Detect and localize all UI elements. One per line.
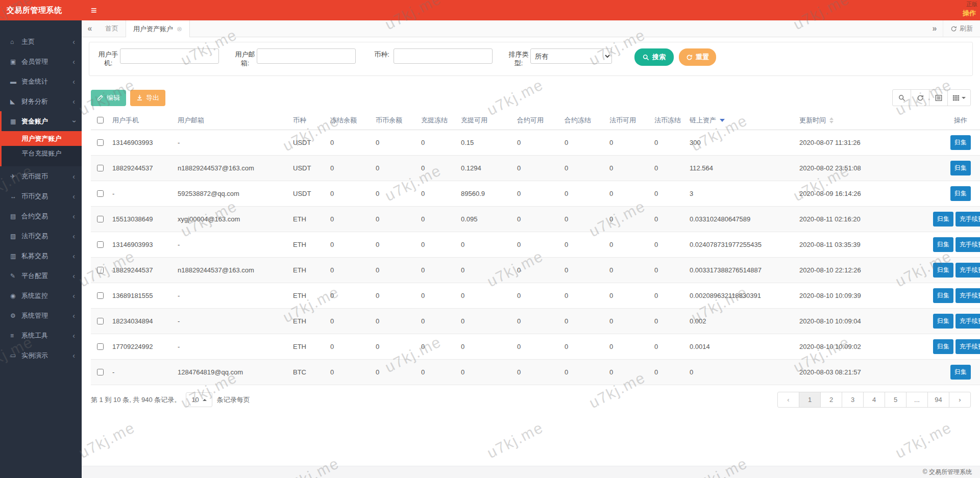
table-cell: 0.095 (458, 207, 514, 232)
edit-button[interactable]: 编辑 (91, 90, 126, 106)
table-search-button[interactable] (892, 89, 911, 106)
collect-button[interactable]: 归集 (933, 288, 953, 303)
tabs-scroll-right-icon[interactable]: » (926, 20, 943, 37)
table-cell: 0 (561, 156, 606, 181)
sidebar-item-system-manage[interactable]: ⚙系统管理‹ (0, 306, 82, 325)
column-header-label: 合约冻结 (565, 116, 591, 124)
collect-button[interactable]: 归集 (950, 161, 971, 175)
row-checkbox[interactable] (97, 190, 104, 197)
page-next-button[interactable]: › (949, 392, 971, 408)
row-checkbox[interactable] (97, 267, 104, 273)
sidebar-item-funds-accounts[interactable]: ▦资金账户‹ (0, 111, 82, 131)
tab-user-asset-account[interactable]: 用户资产账户 ⊗ (126, 20, 190, 37)
chevron-icon: ‹ (72, 232, 75, 240)
page-button-4[interactable]: 4 (863, 392, 885, 408)
phone-label: 用户手机: (96, 48, 120, 67)
charge-fee-button[interactable]: 充手续费 (955, 263, 980, 278)
row-checkbox[interactable] (97, 216, 104, 222)
sidebar-item-deposit-withdraw[interactable]: ✈充币提币‹ (0, 166, 82, 186)
collect-button[interactable]: 归集 (933, 263, 953, 278)
sidebar-subitem-platform-recharge-account[interactable]: 平台充提账户 (2, 146, 82, 161)
row-checkbox[interactable] (97, 292, 104, 299)
sidebar-item-system-monitor[interactable]: ◉系统监控‹ (0, 286, 82, 306)
collect-button[interactable]: 归集 (950, 135, 971, 150)
sidebar-item-funds-stats[interactable]: ▬资金统计‹ (0, 71, 82, 91)
reset-button[interactable]: 重置 (679, 48, 716, 66)
sort-icon[interactable] (829, 117, 834, 123)
export-button[interactable]: 导出 (130, 90, 165, 106)
finance-analysis-icon: ◣ (10, 98, 21, 105)
column-header[interactable]: 更新时间 (796, 111, 922, 130)
row-checkbox[interactable] (97, 165, 104, 171)
collect-button[interactable]: 归集 (933, 212, 953, 227)
sidebar-item-finance-analysis[interactable]: ◣财务分析‹ (0, 91, 82, 111)
sidebar-item-label: 资金统计 (21, 77, 72, 86)
table-refresh-button[interactable] (911, 89, 929, 106)
sidebar-item-private-trade[interactable]: ▥私募交易‹ (0, 246, 82, 266)
table-header-row: 用户手机用户邮箱币种冻结余额币币余额充提冻结充提可用合约可用合约冻结法币可用法币… (91, 111, 980, 130)
search-label: 搜索 (652, 53, 666, 62)
sort-desc-icon[interactable] (720, 119, 725, 122)
table-view-tools (893, 89, 971, 106)
collect-button[interactable]: 归集 (950, 365, 971, 380)
table-cell: 0 (514, 283, 561, 309)
tabs-scroll-left-icon[interactable]: « (82, 20, 98, 37)
page-button-5[interactable]: 5 (885, 392, 906, 408)
select-all-checkbox[interactable] (97, 117, 104, 123)
charge-fee-button[interactable]: 充手续费 (955, 288, 980, 303)
sidebar-item-system-tools[interactable]: ≡系统工具‹ (0, 325, 82, 345)
sidebar-item-platform-config[interactable]: ✎平台配置‹ (0, 266, 82, 286)
sidebar-item-home[interactable]: ⌂主页‹ (0, 32, 82, 52)
table-cell: - (175, 283, 290, 309)
sort-type-select[interactable]: 所有 (530, 48, 612, 64)
row-actions-cell: 归集 (922, 360, 980, 385)
close-icon[interactable]: ⊗ (177, 25, 182, 33)
row-checkbox[interactable] (97, 139, 104, 146)
search-button[interactable]: 搜索 (634, 48, 674, 66)
accounts-table-wrap: 用户手机用户邮箱币种冻结余额币币余额充提冻结充提可用合约可用合约冻结法币可用法币… (91, 111, 971, 385)
column-header-label: 币币余额 (376, 116, 402, 124)
collect-button[interactable]: 归集 (933, 339, 953, 354)
sidebar-item-fiat-trade[interactable]: ▧法币交易‹ (0, 226, 82, 246)
charge-fee-button[interactable]: 充手续费 (955, 237, 980, 252)
charge-fee-button[interactable]: 充手续费 (955, 314, 980, 329)
page-button-3[interactable]: 3 (842, 392, 864, 408)
collect-button[interactable]: 归集 (933, 314, 953, 329)
sidebar-item-spot-trade[interactable]: ↔币币交易‹ (0, 186, 82, 206)
row-checkbox[interactable] (97, 369, 104, 375)
sidebar-item-members[interactable]: ▣会员管理‹ (0, 52, 82, 71)
page-button-2[interactable]: 2 (820, 392, 842, 408)
table-cell: 0 (373, 232, 418, 258)
sidebar-subitem-user-asset-account[interactable]: 用户资产账户 (2, 131, 82, 146)
tab-home[interactable]: 首页 (98, 20, 126, 37)
table-cell: 0.0014 (687, 334, 796, 360)
charge-fee-button[interactable]: 充手续费 (955, 212, 980, 227)
page-button-1[interactable]: 1 (799, 392, 821, 408)
column-header: 用户邮箱 (175, 111, 290, 130)
phone-input[interactable] (120, 48, 219, 64)
table-cell: 0 (606, 360, 651, 385)
coin-input[interactable] (394, 48, 493, 64)
page-button-94[interactable]: 94 (927, 392, 949, 408)
row-checkbox[interactable] (97, 318, 104, 324)
page-size-dropdown[interactable]: 10 (186, 392, 212, 407)
email-input[interactable] (257, 48, 356, 64)
toggle-view-button[interactable] (929, 89, 948, 106)
corner-action-link[interactable]: 操作 (963, 9, 976, 18)
row-checkbox[interactable] (97, 241, 104, 248)
refresh-tab-button[interactable]: 刷新 (943, 20, 980, 37)
table-cell: ETH (290, 258, 327, 283)
column-header[interactable]: 链上资产 (687, 111, 796, 130)
table-cell: 0.033102480647589 (687, 207, 796, 232)
page-prev-button[interactable]: ‹ (777, 392, 799, 408)
chevron-icon: ‹ (72, 332, 75, 340)
sidebar-item-demo[interactable]: ▭实例演示‹ (0, 345, 82, 365)
columns-dropdown-button[interactable] (947, 89, 971, 106)
table-cell: 0 (327, 232, 373, 258)
charge-fee-button[interactable]: 充手续费 (955, 339, 980, 354)
collect-button[interactable]: 归集 (950, 186, 971, 201)
row-checkbox[interactable] (97, 343, 104, 350)
sidebar-item-contract-trade[interactable]: ▤合约交易‹ (0, 206, 82, 226)
hamburger-icon[interactable]: ≡ (91, 0, 97, 20)
collect-button[interactable]: 归集 (933, 237, 953, 252)
